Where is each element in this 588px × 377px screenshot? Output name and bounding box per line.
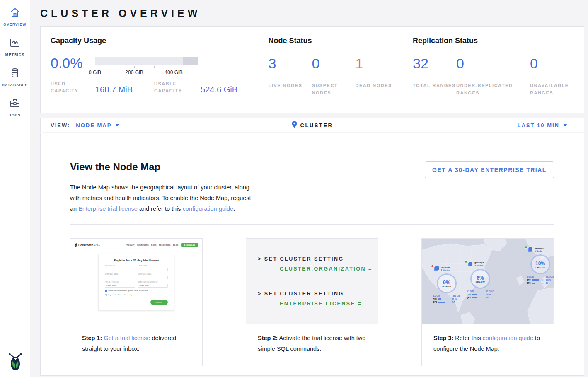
- thumb-field-label: COMPANY NAME: [105, 273, 135, 275]
- step1-card: Cockroach LABS PRODUCT CUSTOMERS DOCS RE…: [70, 238, 203, 366]
- locality-capacity-percent: 6%: [477, 275, 484, 281]
- logo-labs-suffix: LABS: [94, 244, 100, 246]
- status-dot-green-icon: [525, 246, 528, 249]
- sql-prompt: >: [258, 256, 262, 262]
- sql-code-block: > SET CLUSTER SETTING CLUSTER.ORGANIZATI…: [246, 239, 378, 324]
- locality-name: geo=sfo: [441, 266, 450, 269]
- gauge-tick-label: 200 GiB: [125, 70, 143, 75]
- cluster-breadcrumb: CLUSTER: [300, 122, 333, 128]
- description-text: .: [233, 205, 235, 212]
- node-cube-icon: [529, 247, 532, 251]
- replication-status-section: Replication Status 32 TOTAL RANGES 0 UND…: [413, 36, 584, 113]
- unavailable-ranges-stat: 0 UNAVAILABLE RANGES: [530, 57, 584, 97]
- page-title: CLUSTER OVERVIEW: [40, 7, 584, 19]
- sidebar-item-metrics[interactable]: METRICS: [0, 37, 30, 57]
- locality-ams: geo=ams1 Node 10%CAPACITY 3.6 GiB36.4 Gi…: [525, 247, 554, 284]
- time-range-dropdown[interactable]: LAST 10 MIN: [518, 122, 584, 128]
- sidebar-item-jobs[interactable]: JOBS: [0, 97, 30, 117]
- locality-capacity-percent: 9%: [443, 280, 450, 285]
- locality-nyc: geo=nyc2 Nodes 6%CAPACITY 3.7 GiB43.7 Gi…: [465, 261, 502, 299]
- thumb-checkbox: [105, 294, 107, 296]
- locality-used-gib: 3.7 GiB: [467, 290, 474, 292]
- usable-capacity-value: 524.6 GiB: [201, 85, 237, 94]
- thumb-checkbox-label: I would like to receive email updates ab…: [108, 290, 148, 292]
- locality-node-count: 2 Nodes: [474, 264, 484, 267]
- sql-setting-name: CLUSTER.ORGANIZATION =: [280, 266, 378, 272]
- enterprise-trial-button[interactable]: GET A 30-DAY ENTERPRISE TRIAL: [425, 161, 554, 178]
- configuration-guide-link[interactable]: configuration guide: [183, 205, 234, 212]
- metrics-chart-icon: [9, 37, 21, 50]
- thumb-field-label: REASON FOR INTEREST: [138, 281, 168, 283]
- thumb-select: Please Select: [105, 284, 135, 288]
- locality-name: geo=nyc: [474, 261, 484, 264]
- sql-prompt: >: [258, 291, 262, 297]
- total-ranges-label: TOTAL RANGES: [413, 82, 456, 89]
- cpu-label: CPU: [433, 298, 438, 300]
- sidebar-item-label: JOBS: [9, 113, 21, 117]
- capacity-label: CAPACITY: [475, 281, 485, 283]
- status-dot-red-icon: [431, 265, 434, 268]
- thumb-input: [105, 276, 135, 279]
- configuration-guide-link[interactable]: configuration guide: [482, 335, 533, 341]
- replication-status-title: Replication Status: [413, 36, 584, 45]
- sidebar-item-overview[interactable]: OVERVIEW: [0, 7, 30, 27]
- capacity-usage-title: Capacity Usage: [51, 36, 269, 45]
- suspect-nodes-value: 0: [312, 57, 356, 70]
- briefcase-icon: [9, 97, 21, 111]
- status-dot-green-icon: [465, 260, 467, 263]
- thumb-field-label: COMPANY EMAIL: [138, 273, 168, 275]
- thumb-nav-docs: DOCS: [151, 244, 157, 246]
- cockroach-labs-logo-icon: [74, 241, 77, 249]
- thumb-nav-customers: CUSTOMERS: [137, 244, 149, 246]
- view-bar: VIEW: NODE MAP CLUSTER LAST 10 MIN: [40, 118, 584, 132]
- suspect-nodes-stat: 0 SUSPECT NODES: [312, 57, 356, 97]
- sql-command: SET CLUSTER SETTING: [262, 291, 344, 297]
- locality-qps-value: 4.7: [452, 301, 455, 303]
- thumb-nav-product: PRODUCT: [126, 244, 135, 246]
- live-nodes-stat: 3 LIVE NODES: [269, 57, 312, 97]
- locality-node-count: 1 Node: [535, 250, 544, 253]
- thumb-agree-text: I agree to the: [108, 294, 118, 296]
- sidebar: OVERVIEW METRICS DATABASES JOBS: [0, 0, 30, 377]
- node-map-title: View the Node Map: [70, 161, 257, 173]
- enterprise-trial-license-link[interactable]: Enterprise trial license: [78, 205, 138, 212]
- database-icon: [9, 67, 21, 80]
- step3-caption: Step 3: Refer this configuration guide t…: [422, 324, 554, 366]
- sidebar-item-databases[interactable]: DATABASES: [0, 67, 30, 87]
- thumb-download-button: DOWNLOAD: [181, 243, 198, 247]
- unavailable-ranges-value: 0: [530, 57, 584, 70]
- thumb-checkbox-label: I agree to the Software License Agreemen…: [108, 294, 138, 296]
- node-status-section: Node Status 3 LIVE NODES 0 SUSPECT NODES…: [269, 36, 413, 113]
- cockroach-labs-logo-text: Cockroach: [78, 244, 93, 247]
- sidebar-item-label: DATABASES: [2, 83, 28, 87]
- thumb-nav-blog: BLOG: [173, 244, 179, 246]
- qps-label: QPS: [433, 301, 438, 303]
- step1-thumbnail: Cockroach LABS PRODUCT CUSTOMERS DOCS RE…: [70, 239, 202, 324]
- step3-card: geo=sfo2 Nodes 9%CAPACITY 3.2 GiB351 GiB…: [421, 238, 554, 366]
- cpu-label: CPU: [527, 279, 532, 281]
- view-selector-dropdown[interactable]: NODE MAP: [76, 122, 119, 128]
- get-trial-license-link[interactable]: Get a trial license: [104, 335, 150, 341]
- thumb-field-label: LAST NAME: [138, 265, 168, 267]
- thumb-checkbox-checked: [105, 290, 107, 292]
- capacity-label: CAPACITY: [442, 286, 451, 288]
- sidebar-item-label: METRICS: [5, 53, 25, 57]
- thumb-input: [138, 276, 168, 279]
- suspect-nodes-label: SUSPECT NODES: [312, 82, 356, 97]
- dead-nodes-label: DEAD NODES: [356, 82, 399, 89]
- time-range-value: LAST 10 MIN: [518, 122, 559, 128]
- thumb-submit-button: SUBMIT: [150, 300, 168, 305]
- cluster-summary-card: Capacity Usage 0.0% 0 GiB 200 GiB 400 Gi…: [40, 26, 584, 113]
- thumb-license-link: Software License Agreement.: [118, 294, 138, 296]
- locality-cpu-value: 53.3%: [546, 279, 551, 281]
- thumb-input: [138, 268, 168, 271]
- capacity-usage-section: Capacity Usage 0.0% 0 GiB 200 GiB 400 Gi…: [51, 36, 269, 113]
- under-replicated-ranges-label: UNDER-REPLICATED RANGES: [456, 82, 530, 97]
- usable-capacity-label: USABLE CAPACITY: [154, 80, 191, 94]
- used-capacity-value: 160.7 MiB: [95, 85, 133, 94]
- thumb-nav-resources: RESOURCES: [159, 244, 171, 246]
- main-content: CLUSTER OVERVIEW Capacity Usage 0.0% 0 G…: [30, 0, 588, 377]
- view-selector-value: NODE MAP: [76, 122, 111, 128]
- sql-command: SET CLUSTER SETTING: [262, 256, 344, 262]
- locality-cpu-value: 42.5%: [486, 294, 491, 296]
